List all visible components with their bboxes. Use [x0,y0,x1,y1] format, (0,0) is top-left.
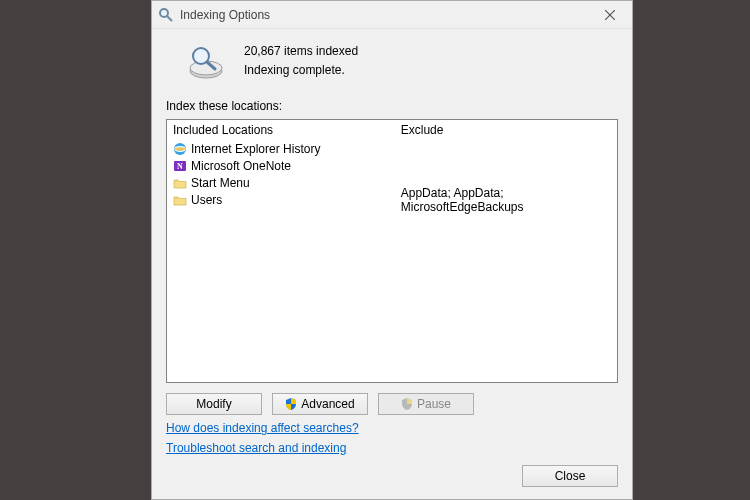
location-cell: Start Menu [173,176,401,190]
svg-text:N: N [177,162,183,171]
footer-row: Close [166,465,618,487]
shield-icon [401,398,413,410]
troubleshoot-link[interactable]: Troubleshoot search and indexing [166,441,346,455]
table-row[interactable]: Internet Explorer History [167,140,617,157]
advanced-button[interactable]: Advanced [272,393,368,415]
modify-button[interactable]: Modify [166,393,262,415]
status-row: 20,867 items indexed Indexing complete. [166,37,618,95]
location-name: Internet Explorer History [191,142,320,156]
indexing-state: Indexing complete. [244,61,358,80]
ie-icon [173,142,187,156]
locations-rows: Internet Explorer HistoryNMicrosoft OneN… [167,140,617,382]
close-button[interactable]: Close [522,465,618,487]
svg-line-1 [167,16,172,21]
help-link-row-2: Troubleshoot search and indexing [166,441,618,455]
column-headers: Included Locations Exclude [167,120,617,140]
exclude-cell: AppData; AppData; MicrosoftEdgeBackups [401,186,611,214]
help-link-row-1: How does indexing affect searches? [166,421,618,435]
folder-icon [173,176,187,190]
titlebar: Indexing Options [152,1,632,29]
items-indexed-count: 20,867 items indexed [244,42,358,61]
action-buttons-row: Modify Advanced Pa [166,393,618,415]
shield-icon [285,398,297,410]
location-cell: Users [173,193,401,207]
onenote-icon: N [173,159,187,173]
drive-search-icon [186,41,226,81]
svg-point-0 [160,9,168,17]
close-icon[interactable] [588,1,632,29]
index-locations-label: Index these locations: [166,99,618,113]
locations-list: Included Locations Exclude Internet Expl… [166,119,618,383]
location-name: Users [191,193,222,207]
location-cell: NMicrosoft OneNote [173,159,401,173]
location-cell: Internet Explorer History [173,142,401,156]
indexing-options-window: Indexing Options 20,867 items indexed In… [151,0,633,500]
location-name: Microsoft OneNote [191,159,291,173]
content-area: 20,867 items indexed Indexing complete. … [152,29,632,499]
indexing-options-icon [158,7,174,23]
how-indexing-affects-link[interactable]: How does indexing affect searches? [166,421,359,435]
window-title: Indexing Options [180,8,270,22]
advanced-button-label: Advanced [301,397,354,411]
pause-button-label: Pause [417,397,451,411]
status-text: 20,867 items indexed Indexing complete. [244,42,358,80]
pause-button: Pause [378,393,474,415]
column-header-exclude: Exclude [401,123,611,137]
column-header-included: Included Locations [173,123,401,137]
table-row[interactable]: UsersAppData; AppData; MicrosoftEdgeBack… [167,191,617,208]
folder-icon [173,193,187,207]
svg-point-9 [175,147,186,150]
location-name: Start Menu [191,176,250,190]
table-row[interactable]: NMicrosoft OneNote [167,157,617,174]
